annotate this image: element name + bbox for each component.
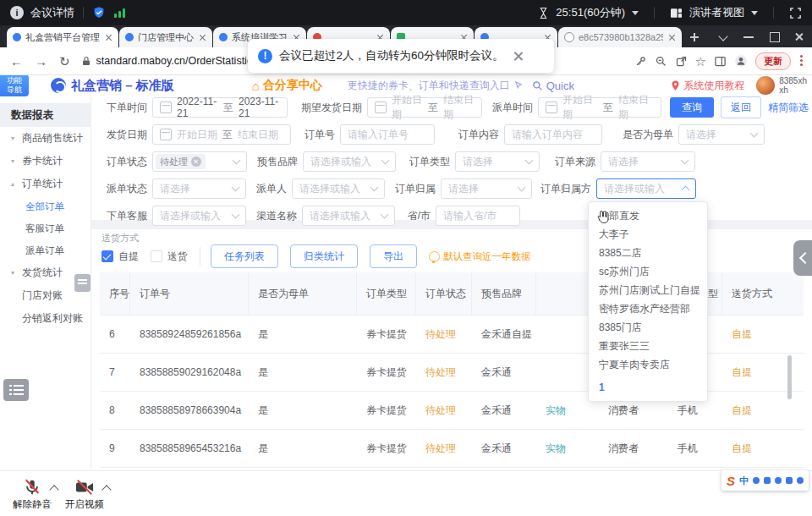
header-order-no[interactable]: 订单号 — [130, 272, 249, 315]
info-icon[interactable]: i — [10, 6, 24, 19]
province-input[interactable]: 请输入省/市 — [436, 206, 520, 226]
nav-toggle-tab[interactable]: 功能 导航 — [0, 74, 29, 96]
back-button[interactable]: 返回 — [721, 96, 761, 118]
sidebar-item-order-stats[interactable]: ▴ 订单统计 — [0, 173, 91, 195]
order-source-select[interactable]: 请选择 — [601, 151, 695, 172]
ime-mic-icon[interactable] — [753, 477, 760, 484]
sidebar-drag-handle[interactable] — [74, 274, 91, 292]
close-icon[interactable] — [668, 34, 676, 41]
header-delivery-mode[interactable]: 送货方式 — [722, 272, 804, 315]
browser-menu-icon[interactable] — [800, 54, 804, 68]
ime-grid-icon[interactable] — [786, 477, 793, 484]
share-icon[interactable] — [675, 55, 688, 68]
toast-close-icon[interactable] — [513, 51, 524, 62]
search-button[interactable]: 查询 — [670, 97, 714, 118]
close-icon[interactable] — [105, 34, 112, 41]
tutorial-link[interactable]: 系统使用教程 — [671, 79, 744, 93]
export-button[interactable]: 导出 — [370, 244, 417, 268]
close-icon[interactable] — [199, 34, 206, 41]
simplify-filter-link[interactable]: 精简筛选 — [768, 101, 809, 115]
ime-skin-icon[interactable] — [775, 477, 782, 484]
ime-language[interactable]: 中 — [739, 475, 749, 487]
profile-icon[interactable] — [734, 54, 748, 68]
unmute-button[interactable]: 解除静音 — [8, 478, 56, 511]
chrome-update-button[interactable]: 更新 — [755, 52, 791, 70]
forward-icon[interactable]: → — [35, 55, 47, 68]
ship-date-range[interactable]: 开始日期 至 结束日期 — [152, 124, 291, 145]
key-icon[interactable] — [634, 55, 647, 68]
shield-icon[interactable] — [92, 6, 106, 19]
ime-toolbar[interactable]: S 中 — [721, 470, 809, 491]
dropdown-option[interactable]: 8385门店 — [589, 318, 707, 337]
browser-tab-7[interactable]: e8c573980b1328a258fd2e6 — [558, 27, 682, 47]
classify-stats-button[interactable]: 归类统计 — [290, 244, 358, 268]
browser-tab-2[interactable]: 门店管理中心 — [119, 27, 212, 47]
order-status-select[interactable]: 待处理 — [152, 151, 247, 172]
order-belong-side-select[interactable]: 请选择或输入 — [596, 178, 696, 199]
deliver-checkbox[interactable] — [151, 250, 162, 262]
fullscreen-icon[interactable] — [789, 7, 802, 19]
order-clerk-select[interactable]: 请选择或输入 — [152, 206, 246, 226]
network-signal-icon[interactable] — [114, 8, 125, 18]
header-order-status[interactable]: 订单状态 — [416, 272, 472, 315]
tab-search-icon[interactable] — [710, 25, 736, 47]
sidebar-item-dispatch-orders[interactable]: 派单订单 — [0, 239, 91, 261]
table-row[interactable]: 9 83858858965453216a 是 券卡提货 待处理 金禾通 实物 消… — [100, 430, 804, 468]
dropdown-option[interactable]: 大李子 — [589, 225, 707, 244]
task-list-button[interactable]: 任务列表 — [211, 244, 278, 268]
table-scrollbar[interactable] — [787, 355, 792, 399]
user-avatar[interactable] — [756, 76, 775, 95]
meeting-title[interactable]: 会议详情 — [30, 5, 74, 20]
quick-search-link[interactable]: Quick — [532, 80, 574, 92]
collapse-panel-handle[interactable] — [793, 240, 812, 276]
sidebar-item-all-orders[interactable]: 全部订单 — [0, 195, 91, 217]
tag-close-icon[interactable] — [191, 156, 201, 167]
header-order-type[interactable]: 订单类型 — [357, 272, 416, 315]
channel-name-select[interactable]: 请选择或输入 — [302, 206, 395, 226]
ime-tool-icon[interactable] — [797, 477, 804, 484]
header-presale-brand[interactable]: 预售品牌 — [472, 272, 536, 315]
sidebar-item-product-stats[interactable]: ▾ 商品销售统计 — [0, 127, 91, 150]
dropdown-option[interactable]: 宁夏羊肉专卖店 — [589, 355, 707, 374]
presale-brand-select[interactable]: 请选择或输入 — [303, 151, 396, 172]
browser-tab-1[interactable]: 礼盒营销平台管理中心 — [7, 27, 118, 47]
dispatch-time-range[interactable]: 开始日期 至 结束日期 — [538, 97, 661, 118]
start-video-button[interactable]: 开启视频 — [61, 478, 108, 511]
expect-date-range[interactable]: 开始日期 至 结束日期 — [367, 97, 482, 118]
header-seq[interactable]: 序号 — [100, 272, 130, 315]
cell-item[interactable]: 实物 — [536, 430, 599, 467]
dispatcher-select[interactable]: 请选择或输入 — [292, 178, 385, 199]
new-tab-button[interactable] — [688, 30, 701, 44]
pickup-checkbox[interactable] — [102, 250, 113, 262]
dropdown-option[interactable]: 重要张三三 — [589, 337, 707, 355]
timer-dropdown-icon[interactable] — [632, 11, 639, 15]
zoom-icon[interactable] — [655, 55, 667, 68]
dropdown-option[interactable]: sc苏州门店 — [589, 262, 707, 281]
order-time-range[interactable]: 2022-11-21 至 2023-11-21 — [152, 97, 288, 118]
dispatch-status-select[interactable]: 请选择 — [152, 178, 246, 199]
dropdown-option[interactable]: 8385二店 — [589, 244, 707, 262]
ime-emoji-icon[interactable] — [764, 477, 771, 484]
is-parent-select[interactable]: 请选择 — [678, 124, 765, 145]
minimize-button[interactable] — [736, 25, 761, 47]
sidebar-item-card-stats[interactable]: ▾ 券卡统计 — [0, 150, 91, 173]
order-no-input[interactable]: 请输入订单号 — [340, 124, 435, 145]
sidebar-item-service-orders[interactable]: 客服订单 — [0, 217, 91, 239]
reload-icon[interactable]: ↻ — [59, 55, 70, 68]
share-center-link[interactable]: ⌂ 合分享中心 — [252, 78, 322, 93]
dropdown-option[interactable]: 苏州门店测试上门自提 — [589, 281, 707, 299]
order-belong-select[interactable]: 请选择 — [441, 178, 532, 199]
header-is-parent[interactable]: 是否为母单 — [249, 272, 357, 315]
order-content-input[interactable]: 请输入订单内容 — [504, 124, 602, 145]
sidebar-item-rebate-reconcile[interactable]: 分销返利对账 — [0, 307, 91, 330]
order-type-select[interactable]: 请选择 — [455, 151, 540, 172]
view-mode-label[interactable]: 演讲者视图 — [689, 5, 744, 20]
window-close-button[interactable] — [787, 25, 812, 47]
side-panel-icon[interactable] — [714, 55, 727, 68]
dropdown-page-1[interactable]: 1 — [589, 377, 707, 398]
bookmark-star-icon[interactable]: ☆ — [695, 55, 706, 68]
back-icon[interactable]: ← — [10, 55, 23, 68]
dropdown-option[interactable]: 密特罗德水产经营部 — [589, 299, 707, 318]
maximize-button[interactable] — [761, 25, 787, 47]
list-panel-button[interactable] — [3, 379, 29, 401]
